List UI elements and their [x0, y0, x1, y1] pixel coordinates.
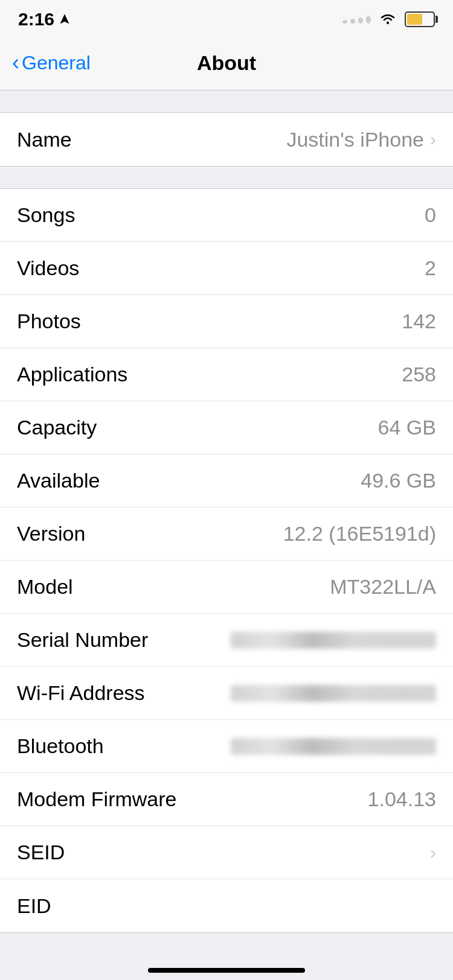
row-label: Bluetooth: [17, 734, 104, 758]
info-row: Photos142: [0, 295, 453, 348]
row-label: Version: [17, 522, 85, 546]
row-label: Modem Firmware: [17, 788, 176, 811]
row-chevron-icon: ›: [430, 842, 436, 863]
name-chevron-icon: ›: [430, 129, 436, 150]
row-value: 0: [425, 203, 436, 227]
back-label: General: [22, 52, 91, 74]
info-row: Version12.2 (16E5191d): [0, 508, 453, 561]
name-value: Justin's iPhone ›: [286, 128, 436, 151]
row-value: 49.6 GB: [361, 469, 436, 492]
row-label: Wi-Fi Address: [17, 681, 145, 705]
row-label: Photos: [17, 310, 81, 333]
battery-fill: [407, 14, 422, 25]
location-icon: [59, 13, 70, 25]
battery-icon: [405, 11, 435, 27]
info-row: Modem Firmware1.04.13: [0, 773, 453, 826]
nav-bar: ‹ General About: [0, 36, 453, 91]
name-section: Name Justin's iPhone ›: [0, 112, 453, 167]
blurred-value: [231, 685, 436, 702]
row-label: EID: [17, 894, 51, 918]
row-label: Songs: [17, 203, 75, 227]
row-label: Capacity: [17, 416, 97, 439]
row-value: 64 GB: [378, 416, 436, 439]
signal-dots: [342, 16, 371, 24]
wifi-icon: [378, 12, 397, 27]
info-row: Bluetooth: [0, 720, 453, 773]
row-value: ›: [430, 842, 436, 863]
row-value: 12.2 (16E5191d): [283, 522, 436, 546]
info-row: ModelMT322LL/A: [0, 561, 453, 614]
row-label: SEID: [17, 841, 65, 864]
info-row[interactable]: SEID›: [0, 826, 453, 879]
status-icons: [342, 11, 435, 27]
row-label: Videos: [17, 256, 79, 280]
blurred-value: [231, 738, 436, 755]
back-button[interactable]: ‹ General: [12, 51, 91, 75]
info-section: Songs0Videos2Photos142Applications258Cap…: [0, 188, 453, 933]
info-row: Songs0: [0, 189, 453, 242]
info-row: Applications258: [0, 348, 453, 401]
row-value: 1.04.13: [368, 788, 436, 811]
home-indicator: [148, 968, 305, 973]
blurred-value: [231, 632, 436, 649]
info-row: Serial Number: [0, 614, 453, 667]
row-value: [231, 685, 436, 702]
row-value: 258: [402, 363, 436, 386]
back-chevron-icon: ‹: [12, 50, 19, 75]
name-label: Name: [17, 128, 72, 151]
row-label: Model: [17, 575, 73, 599]
section-spacer-1: [0, 91, 453, 112]
info-row: EID: [0, 879, 453, 932]
info-row: Capacity64 GB: [0, 401, 453, 454]
row-value: 142: [402, 310, 436, 333]
row-value: [231, 632, 436, 649]
info-row: Videos2: [0, 242, 453, 295]
row-value: MT322LL/A: [330, 575, 436, 599]
page-title: About: [197, 51, 256, 75]
section-spacer-2: [0, 167, 453, 188]
row-value: [231, 738, 436, 755]
svg-point-0: [387, 22, 389, 24]
info-row: Available49.6 GB: [0, 454, 453, 508]
row-value: 2: [425, 256, 436, 280]
row-label: Available: [17, 469, 100, 492]
status-bar: 2:16: [0, 0, 453, 36]
name-row[interactable]: Name Justin's iPhone ›: [0, 113, 453, 166]
row-label: Applications: [17, 363, 127, 386]
info-row: Wi-Fi Address: [0, 667, 453, 720]
status-time: 2:16: [18, 9, 70, 30]
row-label: Serial Number: [17, 628, 148, 652]
